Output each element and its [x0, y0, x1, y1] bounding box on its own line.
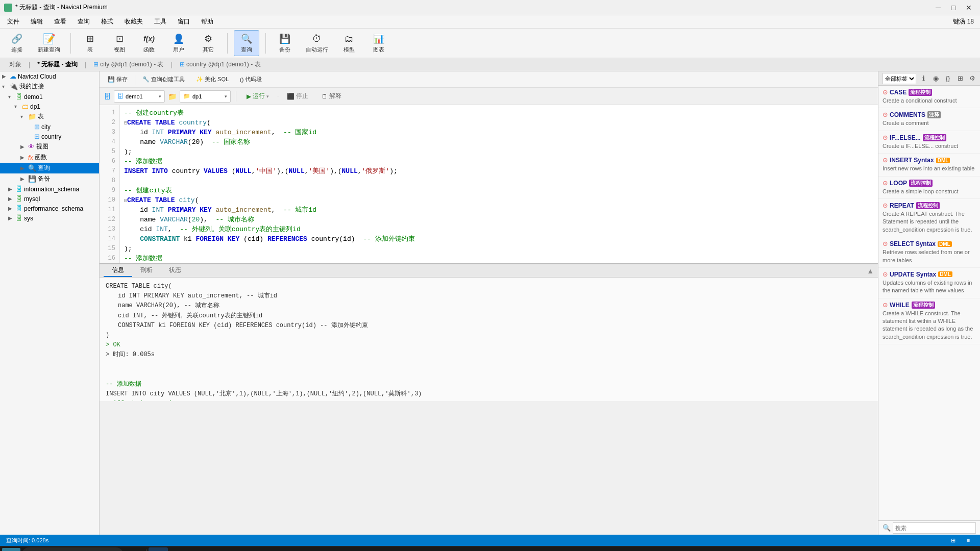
taskbar-search[interactable]: 🔍 搜索 — [21, 547, 124, 552]
taskbar-chrome[interactable]: 🔵 — [251, 547, 270, 552]
code-snippet-button[interactable]: () 代码段 — [236, 74, 266, 84]
snippet-while[interactable]: ⊙ WHILE 流程控制 Create a WHILE construct. T… — [878, 298, 980, 345]
menu-file[interactable]: 文件 — [2, 16, 24, 27]
toolbar-new-query[interactable]: 📝 新建查询 — [34, 31, 64, 56]
sidebar-item-country[interactable]: ▶ ⊞ country — [0, 132, 99, 141]
sidebar-my-connections[interactable]: ▾ 🔌 我的连接 — [0, 81, 99, 92]
tab-info[interactable]: 信息 — [104, 264, 132, 277]
obj-tab-city[interactable]: ⊞ city @dp1 (demo1) - 表 — [88, 59, 169, 70]
toolbar-auto-run[interactable]: ⏱ 自动运行 — [302, 31, 332, 56]
code-line-5: ); — [124, 147, 874, 157]
tab-status[interactable]: 状态 — [161, 264, 189, 277]
menu-edit[interactable]: 编辑 — [26, 16, 48, 27]
stop-button[interactable]: ⬛ 停止 — [282, 90, 313, 102]
toolbar-table[interactable]: ⊞ 表 — [77, 31, 103, 56]
taskbar-terminal[interactable]: 💻 — [189, 547, 209, 552]
query-builder-button[interactable]: 🔧 查询创建工具 — [138, 74, 189, 84]
sidebar-item-mysql[interactable]: ▶ 🗄 mysql — [0, 194, 99, 204]
code-line-2[interactable]: ⊟CREATE TABLE country( — [124, 118, 874, 128]
snippet-case-icon: ⊙ — [883, 89, 888, 96]
toolbar-chart[interactable]: 📊 图表 — [366, 31, 391, 56]
tag-icon[interactable]: ◉ — [930, 73, 941, 84]
db-selector[interactable]: 🗄 demo1 ▾ — [114, 90, 165, 103]
menu-bar: 文件 编辑 查看 查询 格式 收藏夹 工具 窗口 帮助 键汤 18 — [0, 15, 980, 29]
taskbar-navicat[interactable]: 🐳 — [149, 547, 168, 552]
sidebar-group-backup[interactable]: ▶ 💾 备份 — [0, 173, 99, 184]
info-icon[interactable]: ℹ — [918, 73, 928, 84]
snippet-ifelse[interactable]: ⊙ IF...ELSE... 流程控制 Create a IF...ELSE..… — [878, 131, 980, 154]
menu-help[interactable]: 帮助 — [196, 16, 218, 27]
toolbar-backup[interactable]: 💾 备份 — [272, 31, 298, 56]
toolbar-model[interactable]: 🗂 模型 — [336, 31, 362, 56]
menu-view[interactable]: 查看 — [49, 16, 71, 27]
tag-filter-select[interactable]: 全部标签 — [883, 73, 916, 84]
toolbar-view[interactable]: ⊡ 视图 — [107, 31, 132, 56]
maximize-button[interactable]: □ — [946, 2, 961, 14]
settings-icon[interactable]: ⚙ — [967, 73, 977, 84]
explain-button[interactable]: 🗒 解释 — [316, 90, 347, 102]
menu-query[interactable]: 查询 — [72, 16, 95, 27]
taskbar-browser[interactable]: 🌐 — [169, 547, 188, 552]
taskbar-git[interactable]: ⎇ — [230, 547, 250, 552]
sidebar-item-sys[interactable]: ▶ 🗄 sys — [0, 213, 99, 223]
snippet-case[interactable]: ⊙ CASE 流程控制 Create a conditional constru… — [878, 86, 980, 108]
minimize-button[interactable]: ─ — [931, 2, 945, 14]
taskbar-vscode[interactable]: ◈ — [210, 547, 229, 552]
output-line-constraint: CONSTRAINT k1 FOREIGN KEY (cid) REFERENC… — [106, 321, 872, 331]
sidebar-item-demo1[interactable]: ▾ 🗄 demo1 — [0, 92, 99, 102]
snippet-comments[interactable]: ⊙ COMMENTS 注释 Create a comment — [878, 108, 980, 131]
menu-format[interactable]: 格式 — [96, 16, 118, 27]
search-icon: 🔍 — [883, 524, 891, 532]
toolbar-connect[interactable]: 🔗 连接 — [4, 31, 30, 56]
sidebar-item-city[interactable]: ▶ ⊞ city — [0, 122, 99, 132]
status-grid-icon[interactable]: ⊞ — [947, 535, 959, 546]
snippet-select[interactable]: ⊙ SELECT Syntax DML Retrieve rows select… — [878, 237, 980, 268]
obj-tab-query[interactable]: * 无标题 - 查询 — [32, 59, 83, 70]
taskbar-media[interactable]: 🎬 — [291, 547, 311, 552]
schema-selector[interactable]: 📁 dp1 ▾ — [180, 90, 231, 103]
menu-window[interactable]: 窗口 — [173, 16, 195, 27]
sidebar-group-tables[interactable]: ▾ 📁 表 — [0, 111, 99, 122]
taskbar-wechat[interactable]: 💬 — [271, 547, 290, 552]
builder-icon: 🔧 — [142, 76, 150, 83]
start-button[interactable]: ⊞ — [2, 548, 20, 552]
snippet-case-badge: 流程控制 — [909, 89, 932, 96]
sidebar-item-information-schema[interactable]: ▶ 🗄 information_schema — [0, 184, 99, 194]
obj-tab-country[interactable]: ⊞ country @dp1 (demo1) - 表 — [175, 59, 266, 70]
sidebar-item-dp1[interactable]: ▾ 🗃 dp1 — [0, 102, 99, 111]
toolbar-query[interactable]: 🔍 查询 — [234, 30, 259, 56]
menu-favorites[interactable]: 收藏夹 — [119, 16, 148, 27]
schema-icon: 🗃 — [22, 103, 29, 110]
snippet-update[interactable]: ⊙ UPDATE Syntax DML Updates columns of e… — [878, 268, 980, 298]
menu-tools[interactable]: 工具 — [149, 16, 172, 27]
tab-profile[interactable]: 剖析 — [132, 264, 161, 277]
toolbar-user[interactable]: 👤 用户 — [166, 31, 191, 56]
bracket-icon[interactable]: {} — [943, 73, 953, 84]
obj-tab-object[interactable]: 对象 — [4, 59, 27, 70]
save-button[interactable]: 💾 保存 — [104, 74, 132, 84]
taskbar-taskview[interactable]: ⬜ — [125, 547, 144, 552]
sidebar-group-views[interactable]: ▶ 👁 视图 — [0, 141, 99, 152]
code-editor[interactable]: 1 2 3 4 5 6 7 8 9 10 11 12 13 14 15 16 1 — [100, 105, 878, 263]
sidebar-group-queries[interactable]: ▶ 🔍 查询 — [0, 163, 99, 173]
snippet-loop[interactable]: ⊙ LOOP 流程控制 Create a simple loop constru… — [878, 177, 980, 199]
toolbar-other[interactable]: ⚙ 其它 — [195, 31, 221, 56]
code-content[interactable]: -- 创建country表 ⊟CREATE TABLE country( id … — [120, 105, 878, 263]
collapse-panel-button[interactable]: ▲ — [867, 267, 874, 275]
snippet-repeat[interactable]: ⊙ REPEAT 流程控制 Create A REPEAT construct.… — [878, 199, 980, 237]
sidebar-cloud[interactable]: ▶ ☁ Navicat Cloud — [0, 71, 99, 81]
output-create-city: CREATE TABLE city( — [106, 282, 872, 291]
sidebar-item-performance-schema[interactable]: ▶ 🗄 performance_schema — [0, 204, 99, 213]
close-button[interactable]: ✕ — [962, 2, 976, 14]
search-input[interactable] — [893, 522, 976, 534]
grid-icon[interactable]: ⊞ — [955, 73, 965, 84]
run-button[interactable]: ▶ 运行 ▾ — [241, 90, 274, 102]
sidebar-group-functions[interactable]: ▶ fx 函数 — [0, 152, 99, 163]
code-line-10[interactable]: ⊟CREATE TABLE city( — [124, 195, 874, 205]
snippet-insert[interactable]: ⊙ INSERT Syntax DML Insert new rows into… — [878, 154, 980, 176]
beautify-button[interactable]: ✨ 美化 SQL — [192, 74, 233, 84]
toolbar-function[interactable]: f(x) 函数 — [136, 31, 162, 56]
status-list-icon[interactable]: ≡ — [963, 535, 974, 546]
table-icon: ⊞ — [84, 33, 96, 45]
connect-icon: 🔗 — [11, 33, 23, 45]
